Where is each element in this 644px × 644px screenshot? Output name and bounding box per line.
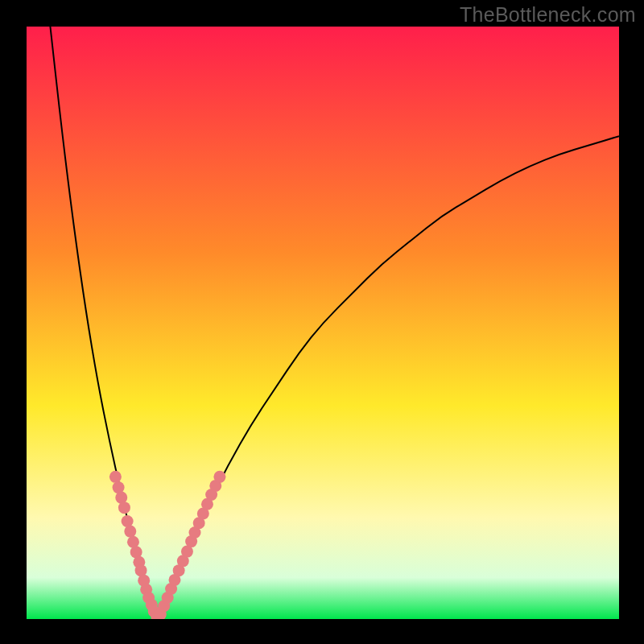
data-marker bbox=[124, 526, 136, 538]
chart-frame: TheBottleneck.com bbox=[0, 0, 644, 644]
data-marker bbox=[213, 471, 225, 483]
bottleneck-curve-chart bbox=[27, 27, 619, 619]
data-marker bbox=[109, 471, 122, 483]
watermark-text: TheBottleneck.com bbox=[460, 3, 636, 27]
plot-area bbox=[27, 27, 619, 619]
data-marker bbox=[118, 502, 130, 514]
